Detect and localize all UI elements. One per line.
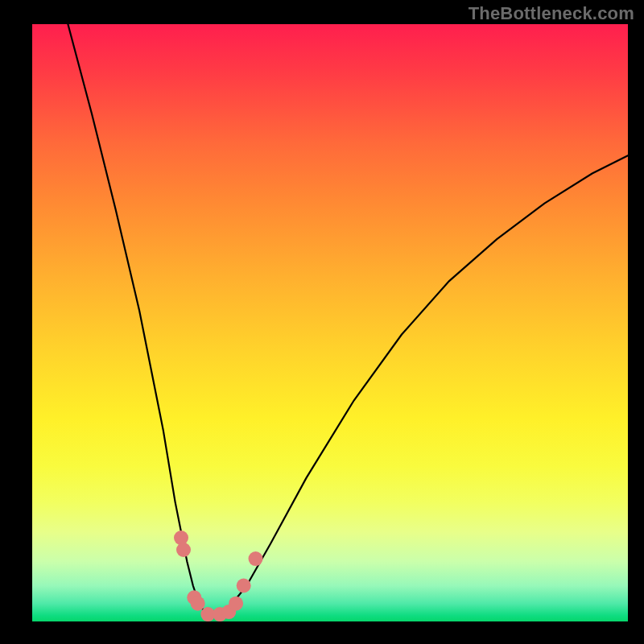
plot-area [32,24,628,621]
chart-frame: TheBottleneck.com [0,0,644,644]
highlight-dot [229,597,243,611]
highlight-dot [249,551,263,566]
highlight-dots [174,530,263,621]
curve-svg [32,24,628,621]
highlight-dot [176,543,191,557]
highlight-dot [237,579,251,593]
highlight-dot [191,597,205,611]
watermark-text: TheBottleneck.com [469,3,634,24]
bottleneck-curve [68,24,628,616]
highlight-dot [174,530,188,545]
